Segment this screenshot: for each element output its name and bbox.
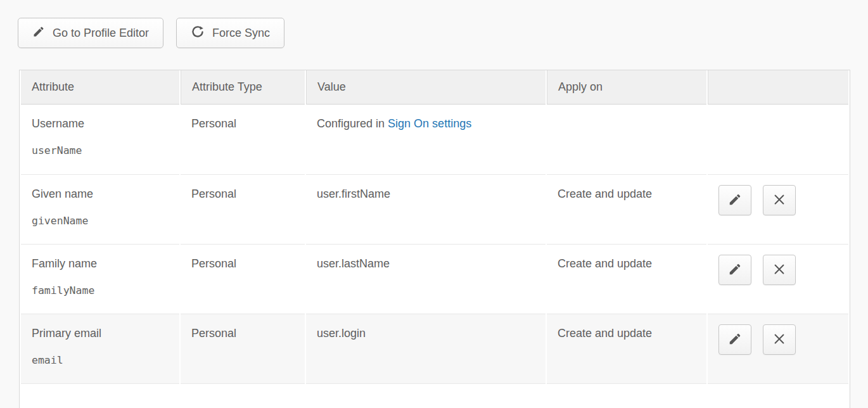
go-to-profile-editor-label: Go to Profile Editor <box>53 27 149 40</box>
attribute-type-cell: Personal <box>181 105 305 175</box>
sign-on-settings-link[interactable]: Sign On settings <box>388 117 471 130</box>
header-apply-on: Apply on <box>547 70 706 105</box>
edit-attribute-button[interactable] <box>718 255 751 285</box>
attribute-label: Family name <box>32 257 173 271</box>
attribute-name: givenName <box>32 215 173 227</box>
pencil-icon <box>32 25 45 41</box>
table-row: Primary email email Personal user.login … <box>21 314 848 384</box>
pencil-icon <box>728 262 742 278</box>
table-row: Username userName Personal Configured in… <box>21 105 848 175</box>
x-icon <box>772 193 786 208</box>
pencil-icon <box>728 193 742 208</box>
actions-cell <box>708 105 848 175</box>
go-to-profile-editor-button[interactable]: Go to Profile Editor <box>18 18 163 48</box>
table-row <box>21 384 848 408</box>
attribute-name: userName <box>32 144 173 156</box>
apply-on-cell: Create and update <box>547 245 706 314</box>
x-icon <box>772 262 786 278</box>
edit-attribute-button[interactable] <box>718 185 751 215</box>
attribute-name: familyName <box>32 284 173 296</box>
remove-attribute-button[interactable] <box>763 255 796 285</box>
table-row: Given name givenName Personal user.first… <box>21 175 848 245</box>
table-header-row: Attribute Attribute Type Value Apply on <box>21 70 848 105</box>
header-value: Value <box>306 70 546 105</box>
apply-on-cell: Create and update <box>547 314 706 384</box>
remove-attribute-button[interactable] <box>763 185 796 215</box>
value-cell: user.firstName <box>306 175 546 245</box>
header-attribute: Attribute <box>21 70 179 105</box>
attribute-mapping-table: Attribute Attribute Type Value Apply on … <box>19 70 850 408</box>
value-cell: user.lastName <box>306 245 546 314</box>
apply-on-cell: Create and update <box>547 175 706 245</box>
force-sync-button[interactable]: Force Sync <box>176 18 284 48</box>
value-cell: Configured in Sign On settings <box>306 105 546 175</box>
value-prefix: Configured in <box>317 117 388 130</box>
remove-attribute-button[interactable] <box>763 324 796 355</box>
attribute-label: Given name <box>32 188 173 201</box>
attribute-type-cell: Personal <box>181 314 305 384</box>
attribute-label: Username <box>32 117 173 131</box>
pencil-icon <box>728 332 742 348</box>
header-actions <box>708 70 848 105</box>
table-row: Family name familyName Personal user.las… <box>21 245 848 314</box>
apply-on-cell <box>547 105 706 175</box>
attribute-type-cell: Personal <box>181 175 305 245</box>
x-icon <box>772 332 786 348</box>
edit-attribute-button[interactable] <box>718 324 751 355</box>
attribute-name: email <box>32 354 173 366</box>
header-attribute-type: Attribute Type <box>181 70 305 105</box>
value-cell: user.login <box>306 314 546 384</box>
force-sync-label: Force Sync <box>212 27 270 40</box>
attribute-label: Primary email <box>32 327 173 340</box>
attribute-type-cell: Personal <box>181 245 305 314</box>
refresh-icon <box>191 25 205 42</box>
toolbar: Go to Profile Editor Force Sync <box>18 18 284 48</box>
